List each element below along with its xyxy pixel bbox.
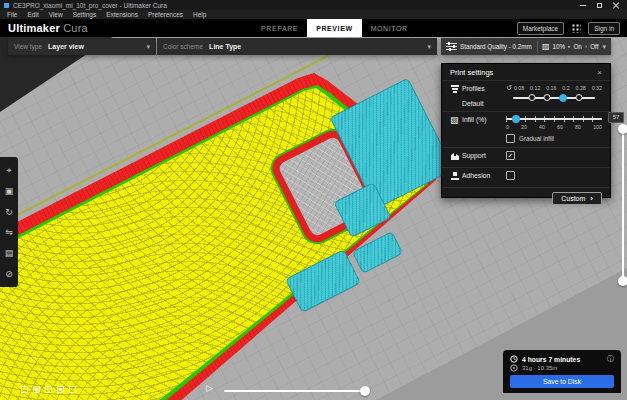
signin-button[interactable]: Sign in: [588, 22, 620, 35]
move-tool-icon[interactable]: ⌖: [6, 165, 11, 175]
profile-tick: 0.12: [530, 85, 540, 91]
layer-slider-track[interactable]: [622, 128, 624, 283]
tab-prepare[interactable]: PREPARE: [252, 19, 307, 37]
maximize-icon[interactable]: [597, 3, 602, 8]
tab-monitor[interactable]: MONITOR: [362, 19, 417, 37]
profile-slider[interactable]: [506, 93, 602, 104]
view-type-dropdown[interactable]: View type Layer view ▾: [8, 38, 156, 55]
chevron-down-icon: ▾: [427, 43, 431, 51]
profile-dot-012[interactable]: [528, 94, 535, 101]
panel-title: Print settings: [450, 68, 493, 77]
simulation-slider-handle[interactable]: [360, 386, 370, 396]
support-blocker-icon[interactable]: ⊘: [5, 269, 13, 279]
infill-tick-labels: 0 20 40 60 80 100: [506, 124, 602, 130]
adhesion-row: Adhesion ✓: [442, 167, 610, 187]
layer-slider-top-handle[interactable]: [618, 124, 627, 134]
menu-edit[interactable]: Edit: [22, 11, 43, 18]
view-3d-icon[interactable]: [21, 386, 28, 393]
print-time-estimate: 4 hours 7 minutes: [522, 356, 580, 363]
chevron-down-icon: ▾: [602, 43, 606, 51]
infill-slider[interactable]: [506, 115, 602, 123]
close-panel-icon[interactable]: ×: [597, 69, 602, 77]
titlebar: CE3PRO_xiaomi_mi_10t_pro_cover - Ultimak…: [0, 0, 627, 10]
view-left-icon[interactable]: [57, 386, 64, 393]
view-front-icon[interactable]: [33, 386, 40, 393]
custom-settings-button[interactable]: Custom ›: [552, 192, 602, 205]
view-type-label: View type: [14, 43, 42, 50]
rotate-tool-icon[interactable]: ↻: [5, 207, 13, 217]
view-right-icon[interactable]: [69, 386, 76, 393]
infill-icon: ▨: [450, 115, 462, 125]
profiles-row: Profiles Default ↺ 0.08 0.12 0.16 0.2 0.…: [442, 80, 610, 111]
menu-help[interactable]: Help: [188, 11, 211, 18]
infill-summary: 10%: [553, 43, 566, 50]
support-row: Support ✓: [442, 147, 610, 167]
save-to-disk-button[interactable]: Save to Disk: [510, 375, 614, 388]
minimize-icon[interactable]: [580, 5, 586, 6]
custom-label: Custom: [561, 195, 585, 202]
infill-slider-handle[interactable]: [512, 115, 520, 123]
adhesion-icon: [585, 42, 587, 51]
info-icon[interactable]: ⓘ: [607, 354, 614, 364]
infill-tick: 60: [557, 124, 563, 130]
print-settings-panel: Print settings × Profiles Default ↺ 0.08…: [441, 63, 611, 198]
cura-window: ⌖ ▣ ↻ ⇋ ▤ ⊘ ▷ 57 CE3PRO_xiaomi_mi_10t_pr…: [0, 0, 627, 400]
profile-tick-labels: 0.08 0.12 0.16 0.2 0.28 0.32: [514, 85, 602, 91]
infill-tick: 100: [593, 124, 602, 130]
print-settings-bar[interactable]: Standard Quality - 0.2mm ▨ 10% On Off ▾: [441, 38, 611, 55]
mirror-tool-icon[interactable]: ⇋: [5, 227, 13, 237]
profile-tick: 0.32: [592, 85, 602, 91]
profile-dot-028[interactable]: [575, 94, 582, 101]
color-scheme-label: Color scheme: [163, 43, 203, 50]
main-header: Ultimaker Cura PREPARE PREVIEW MONITOR M…: [0, 19, 627, 37]
camera-view-buttons: [21, 386, 76, 393]
support-icon: [450, 151, 462, 163]
profile-tick: 0.28: [576, 85, 586, 91]
menu-preferences[interactable]: Preferences: [143, 11, 188, 18]
window-title: CE3PRO_xiaomi_mi_10t_pro_cover - Ultimak…: [13, 2, 167, 9]
close-window-icon[interactable]: [613, 2, 619, 8]
logo-bold: Ultimaker: [8, 22, 60, 34]
menu-settings[interactable]: Settings: [68, 11, 102, 18]
profile-slider-track: [513, 97, 596, 99]
marketplace-button[interactable]: Marketplace: [517, 22, 564, 35]
chevron-right-icon: ›: [590, 195, 593, 202]
layer-slider-bottom-handle[interactable]: [618, 276, 627, 286]
menu-view[interactable]: View: [44, 11, 68, 18]
profile-default-label: Default: [462, 100, 506, 107]
play-simulation-icon[interactable]: ▷: [206, 383, 213, 393]
adhesion-icon: [450, 171, 462, 183]
current-layer-field[interactable]: 57: [608, 112, 624, 123]
profile-dot-02-selected[interactable]: [559, 94, 567, 102]
reset-profile-icon[interactable]: ↺: [506, 84, 512, 91]
per-model-settings-icon[interactable]: ▤: [5, 248, 14, 258]
view-top-icon[interactable]: [45, 386, 52, 393]
app-switcher-icon[interactable]: [571, 23, 581, 33]
view-type-value: Layer view: [48, 43, 84, 50]
color-scheme-dropdown[interactable]: Color scheme Line Type ▾: [157, 38, 437, 55]
gradual-infill-label: Gradual infill: [519, 135, 554, 142]
tool-panel: ⌖ ▣ ↻ ⇋ ▤ ⊘: [0, 157, 18, 287]
adhesion-label: Adhesion: [462, 171, 506, 179]
infill-tick: 20: [521, 124, 527, 130]
menubar: File Edit View Settings Extensions Prefe…: [0, 10, 627, 19]
profile-dot-016[interactable]: [544, 94, 551, 101]
menu-file[interactable]: File: [2, 11, 22, 18]
infill-icon: ▨: [542, 43, 550, 51]
infill-tick: 0: [506, 124, 509, 130]
print-job-summary: 4 hours 7 minutes ⓘ 31g · 10.35m Save to…: [503, 350, 621, 393]
profiles-icon: [450, 84, 462, 96]
profiles-label: Profiles: [462, 85, 506, 92]
adhesion-checkbox[interactable]: ✓: [506, 171, 515, 180]
gradual-infill-checkbox[interactable]: ✓: [506, 134, 515, 143]
scale-tool-icon[interactable]: ▣: [5, 186, 14, 196]
app-logo: Ultimaker Cura: [8, 22, 88, 34]
tab-preview[interactable]: PREVIEW: [307, 19, 361, 37]
clock-icon: [510, 355, 518, 363]
infill-tick: 40: [539, 124, 545, 130]
material-spool-icon: [510, 364, 518, 372]
simulation-slider-track[interactable]: [224, 390, 369, 392]
support-checkbox[interactable]: ✓: [506, 151, 515, 160]
menu-extensions[interactable]: Extensions: [101, 11, 143, 18]
support-icon: [568, 42, 570, 51]
